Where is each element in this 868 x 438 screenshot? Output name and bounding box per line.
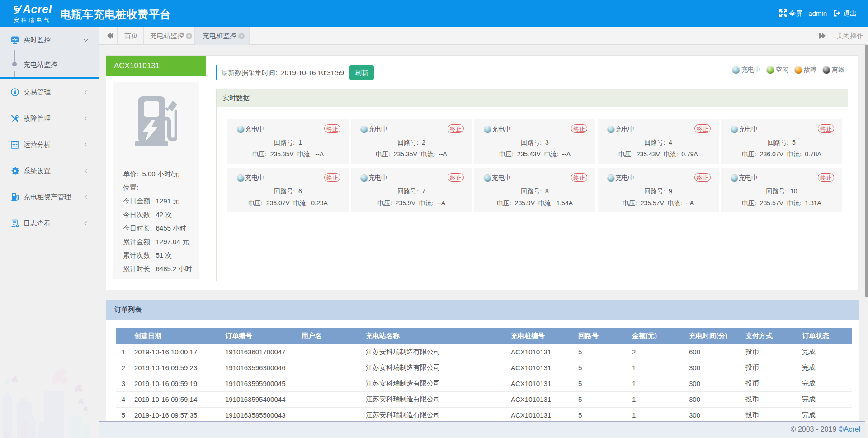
svg-text:¥: ¥ [14,89,16,95]
